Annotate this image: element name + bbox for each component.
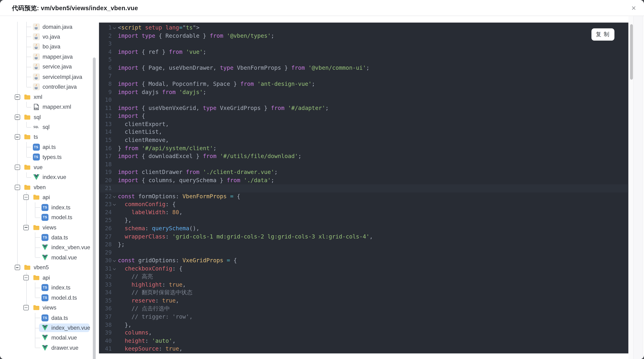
fold-slot [112,120,118,128]
fold-slot [112,233,118,241]
tree-item-drawer.vue[interactable]: drawer.vue [0,343,99,353]
tree-guide-line [17,42,18,52]
line-number: 12 [99,112,112,120]
xml-file-icon: XML [33,103,40,110]
copy-button[interactable]: 复 制 [591,28,614,41]
collapse-toggle[interactable] [15,265,20,270]
tree-item-bo.java[interactable]: bo.java [0,42,99,52]
tree-item-modal.vue[interactable]: modal.vue [0,252,99,263]
folder-icon [24,113,31,120]
fold-slot [112,88,118,96]
fold-toggle[interactable] [112,257,118,265]
tree-item-modal.vue[interactable]: modal.vue [0,333,99,343]
line-number: 14 [99,128,112,136]
tree-item-ts[interactable]: ts [0,132,99,142]
fold-toggle[interactable] [112,265,118,273]
tree-item-vben[interactable]: vben [0,182,99,192]
tree-guide-line [17,242,18,252]
modal-scrollbar-track[interactable] [634,16,643,359]
tree-guide-line [35,343,35,348]
tree-item-serviceImpl.java[interactable]: serviceImpl.java [0,72,99,82]
folder-icon [24,264,31,271]
line-number: 20 [99,176,112,185]
tree-item-data.ts[interactable]: TSdata.ts [0,313,99,323]
code-line-25: 25 }, [99,217,628,225]
tree-item-api[interactable]: api [0,273,99,283]
tree-item-vben5[interactable]: vben5 [0,263,99,273]
tree-item-label: views [42,224,56,231]
tree-item-index.ts[interactable]: TSindex.ts [0,283,99,293]
code-line-1: 1<script setup lang="ts"> [99,24,628,32]
tree-guide-line [17,62,18,72]
line-number: 15 [99,136,112,144]
tree-item-sql[interactable]: SQLsql [0,122,99,132]
line-number: 28 [99,241,112,249]
tree-guide-line [26,212,26,222]
fold-slot [112,281,118,289]
tree-item-model.ts[interactable]: TSmodel.ts [0,212,99,222]
fold-toggle[interactable] [112,24,118,32]
tree-item-label: serviceImpl.java [42,73,82,80]
collapse-toggle[interactable] [24,195,29,200]
tree-item-mapper.xml[interactable]: XMLmapper.xml [0,102,99,112]
tree-item-views[interactable]: views [0,222,99,232]
fold-toggle[interactable] [112,192,118,200]
tree-item-index_vben.vue[interactable]: index_vben.vue [0,323,99,333]
tree-item-domain.java[interactable]: domain.java [0,22,99,32]
vue-file-icon [42,244,48,251]
tree-item-label: bo.java [42,43,60,50]
tree-item-vue[interactable]: vue [0,162,99,172]
collapse-toggle[interactable] [24,225,29,230]
vue-file-icon [42,334,48,341]
collapse-toggle[interactable] [15,134,20,140]
line-number: 31 [99,265,112,273]
tree-item-api.ts[interactable]: TSapi.ts [0,142,99,152]
tree-item-label: types.ts [42,154,62,161]
tree-item-vo.java[interactable]: vo.java [0,32,99,42]
file-tree-pane: domain.javavo.javabo.javamapper.javaserv… [0,16,99,359]
folder-icon [24,134,31,140]
fold-slot [112,225,118,233]
code-line-11: 11import { useVbenVxeGrid, type VxeGridP… [99,104,628,112]
code-line-37: 37 // trigger: 'row', [99,313,628,321]
code-line-14: 14 clientList, [99,128,628,136]
line-number: 39 [99,329,112,337]
tree-item-views[interactable]: views [0,303,99,313]
tree-item-types.ts[interactable]: TStypes.ts [0,152,99,162]
tree-item-service.java[interactable]: service.java [0,62,99,72]
tree-item-mapper.java[interactable]: mapper.java [0,52,99,62]
tree-guide-line [17,52,18,62]
tree-guide-line [35,293,35,298]
tree-item-data.ts[interactable]: TSdata.ts [0,232,99,242]
tree-guide-line [17,22,18,32]
collapse-toggle[interactable] [15,114,20,120]
collapse-toggle[interactable] [24,305,29,310]
editor-scrollbar-thumb[interactable] [630,24,633,79]
collapse-toggle[interactable] [15,94,20,100]
tree-item-xml[interactable]: xml [0,92,99,102]
folder-icon [24,93,31,100]
tree-item-model.d.ts[interactable]: TSmodel.d.ts [0,293,99,303]
close-icon[interactable]: × [629,3,639,13]
tree-item-index_vben.vue[interactable]: index_vben.vue [0,242,99,252]
fold-slot [112,184,118,192]
code-line-24: 24 labelWidth: 80, [99,208,628,217]
tree-item-label: modal.vue [51,334,77,341]
line-number: 37 [99,313,112,321]
tree-item-sql[interactable]: sql [0,112,99,122]
tree-guide-line [17,192,18,202]
fold-slot [112,144,118,152]
collapse-toggle[interactable] [15,185,20,190]
java-file-icon [33,33,40,40]
line-number: 27 [99,233,112,241]
tree-item-index.vue[interactable]: index.vue [0,172,99,182]
collapse-toggle[interactable] [24,275,29,280]
tree-guide-tick [26,107,31,107]
tree-item-api[interactable]: api [0,192,99,202]
tree-item-label: api [42,194,50,201]
collapse-toggle[interactable] [15,164,20,170]
fold-toggle[interactable] [112,200,118,208]
tree-scrollbar-thumb[interactable] [93,57,96,359]
tree-item-controller.java[interactable]: controller.java [0,82,99,92]
tree-item-index.ts[interactable]: TSindex.ts [0,202,99,212]
